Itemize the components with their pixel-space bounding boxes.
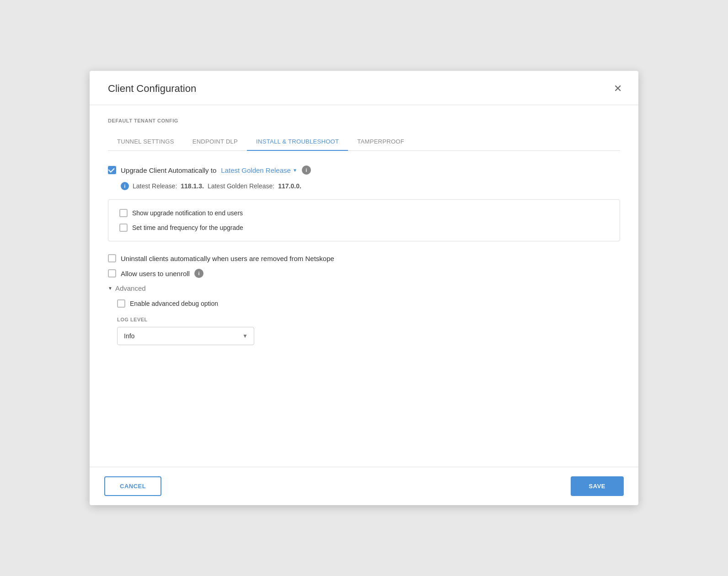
debug-label: Enable advanced debug option <box>130 300 218 307</box>
unenroll-row: Allow users to unenroll i <box>108 269 620 278</box>
upgrade-row: Upgrade Client Automatically to Latest G… <box>108 165 620 175</box>
show-notification-label: Show upgrade notification to end users <box>132 209 243 217</box>
tab-install-troubleshoot[interactable]: INSTALL & TROUBLESHOOT <box>247 133 348 150</box>
release-info-icon: i <box>121 182 129 190</box>
set-time-label: Set time and frequency for the upgrade <box>132 224 243 231</box>
log-level-section: LOG LEVEL Info Debug Warning Error ▼ <box>117 317 620 345</box>
latest-release-value: 118.1.3. <box>181 182 204 190</box>
save-button[interactable]: SAVE <box>571 476 624 496</box>
log-level-select[interactable]: Info Debug Warning Error <box>117 327 254 345</box>
debug-row: Enable advanced debug option <box>117 299 620 308</box>
upgrade-info-icon[interactable]: i <box>302 165 311 175</box>
triangle-down-icon: ▼ <box>108 286 112 291</box>
unenroll-info-icon[interactable]: i <box>194 269 203 278</box>
close-button[interactable]: ✕ <box>612 82 624 96</box>
set-time-checkbox[interactable] <box>119 224 128 232</box>
tab-endpoint-dlp[interactable]: ENDPOINT DLP <box>183 133 247 150</box>
section-label: DEFAULT TENANT CONFIG <box>108 118 620 123</box>
advanced-label: Advanced <box>115 284 146 292</box>
dialog-footer: CANCEL SAVE <box>90 467 638 505</box>
tab-bar: TUNNEL SETTINGS ENDPOINT DLP INSTALL & T… <box>108 133 620 151</box>
uninstall-row: Uninstall clients automatically when use… <box>108 254 620 262</box>
dialog-header: Client Configuration ✕ <box>90 71 638 105</box>
tab-tamperproof[interactable]: TAMPERPROOF <box>348 133 413 150</box>
latest-release-prefix: Latest Release: <box>133 182 177 190</box>
show-notification-checkbox[interactable] <box>119 209 128 217</box>
chevron-down-icon: ▼ <box>293 168 297 173</box>
advanced-section: ▼ Advanced Enable advanced debug option … <box>108 284 620 345</box>
latest-golden-value: 117.0.0. <box>278 182 301 190</box>
option-row-2: Set time and frequency for the upgrade <box>119 224 609 232</box>
tab-content: Upgrade Client Automatically to Latest G… <box>108 165 620 345</box>
unenroll-checkbox[interactable] <box>108 269 116 277</box>
option-row-1: Show upgrade notification to end users <box>119 209 609 217</box>
options-box: Show upgrade notification to end users S… <box>108 199 620 241</box>
unenroll-label: Allow users to unenroll <box>121 270 190 277</box>
release-dropdown-label: Latest Golden Release <box>221 166 291 174</box>
uninstall-label: Uninstall clients automatically when use… <box>121 255 334 262</box>
dialog-body: DEFAULT TENANT CONFIG TUNNEL SETTINGS EN… <box>90 105 638 467</box>
dialog-title: Client Configuration <box>108 83 196 95</box>
release-info-row: i Latest Release: 118.1.3. Latest Golden… <box>121 182 620 190</box>
advanced-toggle[interactable]: ▼ Advanced <box>108 284 620 292</box>
log-level-select-wrapper: Info Debug Warning Error ▼ <box>117 327 254 345</box>
latest-golden-prefix: Latest Golden Release: <box>208 182 274 190</box>
upgrade-checkbox[interactable] <box>108 166 116 174</box>
debug-checkbox[interactable] <box>117 299 125 308</box>
advanced-content: Enable advanced debug option LOG LEVEL I… <box>117 299 620 345</box>
upgrade-label: Upgrade Client Automatically to <box>121 166 216 174</box>
cancel-button[interactable]: CANCEL <box>104 476 161 496</box>
uninstall-checkbox[interactable] <box>108 254 116 262</box>
tab-tunnel-settings[interactable]: TUNNEL SETTINGS <box>108 133 183 150</box>
client-config-dialog: Client Configuration ✕ DEFAULT TENANT CO… <box>90 71 638 505</box>
log-level-label: LOG LEVEL <box>117 317 620 322</box>
release-dropdown[interactable]: Latest Golden Release ▼ <box>221 166 297 174</box>
